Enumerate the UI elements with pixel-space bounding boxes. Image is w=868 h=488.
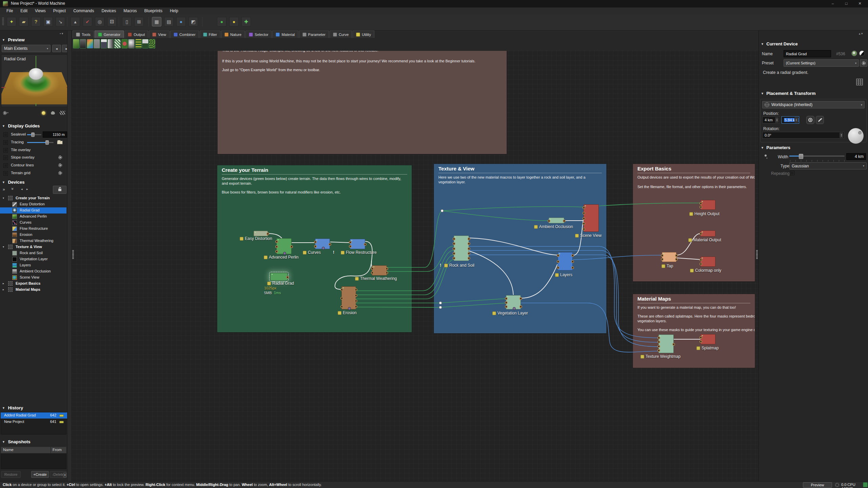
preset-dropdown[interactable]: (Current Settings)▾ [784, 59, 859, 67]
node-port[interactable] [386, 271, 388, 274]
node-port[interactable] [571, 266, 574, 269]
devices-collapse-icon[interactable]: » [10, 188, 15, 190]
node-erosion[interactable] [341, 286, 356, 309]
generator-tiles-icon[interactable] [142, 39, 149, 48]
node-port[interactable] [699, 259, 702, 261]
tab-tools[interactable]: Tools [73, 30, 94, 38]
group-create-your-terrain[interactable]: Create your Terrain Generator devices (g… [217, 165, 412, 332]
add-device-icon[interactable]: ✚ [241, 17, 251, 26]
create-button[interactable]: +Create [31, 471, 49, 478]
node-port[interactable] [468, 238, 470, 240]
device-item-curves[interactable]: Curves [0, 220, 66, 226]
generator-noise-icon[interactable] [149, 39, 155, 48]
menu-file[interactable]: File [3, 7, 17, 14]
preview-section-header[interactable]: ▼ Preview [2, 37, 25, 43]
group-export-basics[interactable]: Export Basics Output devices are used to… [633, 164, 755, 282]
node-ambient-occlusion[interactable] [549, 218, 564, 223]
devices-lock-button[interactable] [53, 186, 66, 194]
node-port[interactable] [675, 254, 678, 257]
tree-group-export-basics[interactable]: ▸Export Basics [0, 281, 66, 287]
node-port[interactable] [349, 241, 352, 244]
node-port[interactable] [314, 241, 317, 243]
node-rock-and-soil[interactable] [454, 236, 469, 261]
node-port[interactable] [340, 305, 343, 308]
node-port[interactable] [672, 343, 675, 346]
node-port[interactable] [275, 245, 278, 248]
node-port[interactable] [571, 254, 574, 257]
quad-panel-icon[interactable]: ⊞ [134, 17, 144, 26]
device-item-vegetation-layer[interactable]: Vegetation Layer [0, 256, 66, 262]
device-item-easy-distortion[interactable]: Easy Distortion [0, 201, 66, 207]
maximize-icon[interactable]: □ [841, 0, 852, 7]
generator-shape-icon[interactable] [121, 39, 128, 48]
node-port[interactable] [468, 252, 470, 255]
node-port[interactable] [548, 220, 550, 222]
repeating-checkbox[interactable] [790, 171, 794, 175]
tab-parameter[interactable]: Parameter [299, 30, 329, 38]
tab-curve[interactable]: Curve [330, 30, 352, 38]
node-colormap-only[interactable] [701, 257, 715, 267]
save-icon[interactable]: ▣ [43, 17, 53, 26]
single-panel-icon[interactable]: ▯ [122, 17, 132, 26]
toolbar-grip[interactable] [2, 18, 4, 26]
help-icon[interactable]: ? [31, 17, 41, 26]
devices-next-icon[interactable]: ▸ [26, 187, 28, 191]
node-port[interactable] [557, 266, 559, 269]
parameters-header[interactable]: ▼ Parameters [761, 145, 790, 150]
restore-button[interactable]: Restore [1, 471, 21, 478]
center-position-icon[interactable] [806, 116, 814, 124]
node-port[interactable] [657, 341, 660, 343]
node-port[interactable] [267, 232, 269, 235]
node-port[interactable] [557, 260, 559, 263]
tab-generator[interactable]: Generator [95, 30, 124, 38]
tile-overlay-checkbox[interactable] [3, 148, 8, 152]
history-section-header[interactable]: ▼ History [2, 405, 23, 411]
title-bar[interactable]: New Project* - World Machine – □ ✕ [0, 0, 868, 7]
node-port[interactable] [349, 245, 352, 248]
menu-views[interactable]: Views [31, 7, 50, 14]
left-panel-scrollbar[interactable] [67, 30, 72, 481]
node-port[interactable] [290, 245, 293, 248]
generator-constant-icon[interactable] [94, 39, 100, 48]
node-port[interactable] [275, 240, 278, 243]
node-port[interactable] [329, 243, 331, 246]
generator-terrain-icon[interactable] [73, 39, 79, 48]
slope-overlay-checkbox[interactable] [3, 156, 8, 160]
node-port[interactable] [661, 258, 664, 261]
node-port[interactable] [371, 267, 374, 270]
node-port[interactable] [275, 250, 278, 253]
measure-icon[interactable]: ▴ [71, 17, 80, 26]
rotation-spinner[interactable]: 0.0°▴▾ [762, 132, 844, 139]
node-port[interactable] [505, 301, 508, 304]
lighting-icon[interactable]: ● [229, 17, 239, 26]
node-tap[interactable] [662, 252, 676, 262]
node-curves[interactable] [315, 239, 330, 249]
preset-gear-icon[interactable] [860, 59, 867, 67]
tree-group-texture-view[interactable]: ▾Texture & View [0, 244, 66, 250]
node-port[interactable] [468, 247, 470, 250]
node-port[interactable] [699, 202, 702, 205]
menu-edit[interactable]: Edit [17, 7, 31, 14]
node-port[interactable] [364, 243, 367, 246]
resolution-grid-icon[interactable] [856, 79, 863, 85]
snapshots-table-header[interactable]: Name From [1, 447, 66, 453]
extents-dropdown[interactable]: Main Extents▾ [2, 45, 51, 52]
options-gear-icon[interactable]: ◎ [95, 17, 104, 26]
generator-radial-icon[interactable] [128, 39, 135, 48]
lighting-bulb-icon[interactable] [39, 109, 47, 117]
device-preview-icon[interactable] [851, 50, 857, 56]
node-port[interactable] [453, 257, 455, 260]
node-port[interactable] [699, 263, 702, 265]
menu-macros[interactable]: Macros [120, 7, 140, 14]
node-thermal-weathering[interactable] [372, 265, 387, 276]
device-item-radial-grad[interactable]: Radial Grad [0, 207, 66, 214]
random-seed-icon[interactable]: ⚄ [107, 17, 117, 26]
contour-lines-gear-icon[interactable] [58, 163, 62, 167]
tree-group-create-your-terrain[interactable]: ▾Create your Terrain [0, 195, 66, 201]
panel-scroll-down-icon[interactable]: ▾ [63, 473, 67, 477]
build-world-icon[interactable]: ● [217, 17, 226, 26]
node-flow-restructure[interactable] [350, 239, 365, 249]
node-port[interactable] [371, 271, 374, 274]
material-rock-icon[interactable] [49, 109, 57, 117]
node-port[interactable] [583, 212, 585, 215]
